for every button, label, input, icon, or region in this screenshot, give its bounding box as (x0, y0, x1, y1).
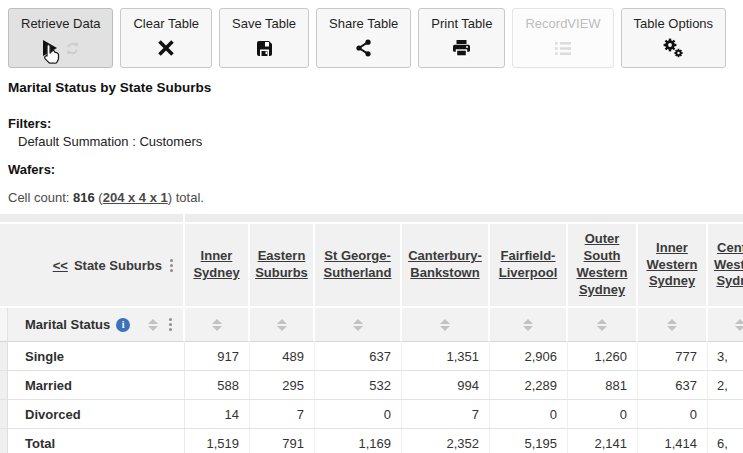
row-label: Divorced (8, 400, 185, 429)
column-sort-cell (250, 308, 315, 342)
cell-count-value: 816 (73, 190, 95, 205)
row-gutter-cell (0, 342, 8, 371)
filters-value: Default Summation : Customers (8, 134, 743, 149)
column-header-link[interactable]: St George-Sutherland (324, 248, 392, 280)
column-sort-cell (708, 308, 743, 342)
table-options-button[interactable]: Table Options (621, 8, 727, 68)
value-cell: 1,519 (185, 429, 250, 453)
corner-header: <<State Suburbs (2, 257, 181, 274)
column-header-link[interactable]: Central Western Sydney (714, 240, 743, 289)
print-table-button[interactable]: Print Table (418, 8, 505, 68)
row-dimension-label: Marital Status (25, 317, 110, 332)
list-icon (554, 41, 572, 56)
column-sort-cell (638, 308, 708, 342)
sort-toggle-icon[interactable] (212, 319, 222, 331)
value-cell: 0 (315, 400, 402, 429)
sort-toggle-icon[interactable] (440, 319, 450, 331)
filters-heading: Filters: (8, 116, 743, 131)
save-table-button[interactable]: Save Table (219, 8, 309, 68)
sort-toggle-icon[interactable] (597, 319, 607, 331)
column-header-link[interactable]: Outer South Western Sydney (576, 231, 627, 297)
recordview-button: RecordVIEW (512, 8, 613, 68)
column-header-link[interactable]: Canterbury-Bankstown (408, 248, 482, 280)
row-gutter-cell (0, 308, 8, 342)
value-cell: 1,260 (568, 342, 638, 371)
column-sort-cell (490, 308, 568, 342)
column-header-link[interactable]: Inner Sydney (193, 248, 239, 280)
column-header-link[interactable]: Inner Western Sydney (646, 240, 697, 289)
sort-toggle-icon[interactable] (277, 319, 287, 331)
value-cell: 2,289 (490, 371, 568, 400)
row-dimension-cell: Marital Statusi (8, 308, 185, 342)
sort-toggle-icon[interactable] (523, 319, 533, 331)
sort-toggle-icon[interactable] (735, 319, 743, 331)
share-table-label: Share Table (329, 16, 398, 31)
row-gutter-cell (0, 429, 8, 453)
value-cell: 0 (490, 400, 568, 429)
kebab-menu-icon[interactable] (168, 257, 175, 274)
table-row: Single9174896371,3512,9061,2607773, (0, 342, 743, 371)
retrieve-data-button[interactable]: Retrieve Data (8, 8, 113, 68)
value-cell: 917 (185, 342, 250, 371)
clear-table-label: Clear Table (133, 16, 199, 31)
value-cell: 994 (402, 371, 490, 400)
share-icon (355, 39, 372, 57)
value-cell: 5,195 (490, 429, 568, 453)
cell-count-link[interactable]: 204 x 4 x 1 (103, 190, 168, 205)
data-table-container: <<State SuburbsInner SydneyEastern Subur… (0, 214, 743, 453)
clear-table-button[interactable]: Clear Table (120, 8, 212, 68)
column-sort-cell (568, 308, 638, 342)
table-row: Total1,5197911,1692,3525,1952,1411,4146, (0, 429, 743, 453)
value-cell: 489 (250, 342, 315, 371)
collapse-columns-link[interactable]: << (53, 258, 68, 273)
sort-toggle-icon[interactable] (667, 319, 677, 331)
strip-left-cell (0, 214, 185, 224)
row-gutter-cell (0, 371, 8, 400)
column-header-link[interactable]: Eastern Suburbs (255, 248, 308, 280)
column-header-row: <<State SuburbsInner SydneyEastern Subur… (0, 224, 743, 308)
strip-right-cell (185, 214, 743, 224)
share-table-button[interactable]: Share Table (316, 8, 411, 68)
value-cell: 588 (185, 371, 250, 400)
row-dimension: Marital Statusi (8, 316, 183, 333)
value-cell: 2,906 (490, 342, 568, 371)
value-cell: 3, (708, 342, 743, 371)
recordview-label: RecordVIEW (525, 16, 600, 31)
value-cell: 1,169 (315, 429, 402, 453)
cell-count: Cell count: 816 (204 x 4 x 1) total. (8, 190, 743, 205)
value-cell (708, 400, 743, 429)
kebab-menu-icon[interactable] (167, 316, 174, 333)
save-table-label: Save Table (232, 16, 296, 31)
value-cell: 881 (568, 371, 638, 400)
value-cell: 2,141 (568, 429, 638, 453)
sort-toggle-icon[interactable] (353, 319, 363, 331)
column-header: Outer South Western Sydney (568, 224, 638, 308)
column-header: St George-Sutherland (315, 224, 402, 308)
value-cell: 532 (315, 371, 402, 400)
column-header-link[interactable]: Fairfield-Liverpool (499, 248, 558, 280)
print-table-label: Print Table (431, 16, 492, 31)
value-cell: 295 (250, 371, 315, 400)
value-cell: 637 (638, 371, 708, 400)
value-cell: 0 (638, 400, 708, 429)
value-cell: 7 (402, 400, 490, 429)
info-icon[interactable]: i (116, 318, 130, 332)
row-gutter-cell (0, 400, 8, 429)
gears-icon (663, 38, 684, 58)
value-cell: 637 (315, 342, 402, 371)
print-icon (452, 39, 471, 57)
table-options-label: Table Options (634, 16, 714, 31)
value-cell: 6, (708, 429, 743, 453)
value-cell: 2,352 (402, 429, 490, 453)
trash-button[interactable]: Trash (733, 8, 743, 68)
table-row: Married5882955329942,2898816372, (0, 371, 743, 400)
value-cell: 777 (638, 342, 708, 371)
wafers-heading: Wafers: (8, 162, 743, 177)
column-dimension-title: State Suburbs (74, 258, 162, 273)
value-cell: 7 (250, 400, 315, 429)
sort-toggle-icon[interactable] (148, 319, 158, 331)
value-cell: 0 (568, 400, 638, 429)
value-cell: 1,351 (402, 342, 490, 371)
column-sort-cell (315, 308, 402, 342)
row-label: Married (8, 371, 185, 400)
